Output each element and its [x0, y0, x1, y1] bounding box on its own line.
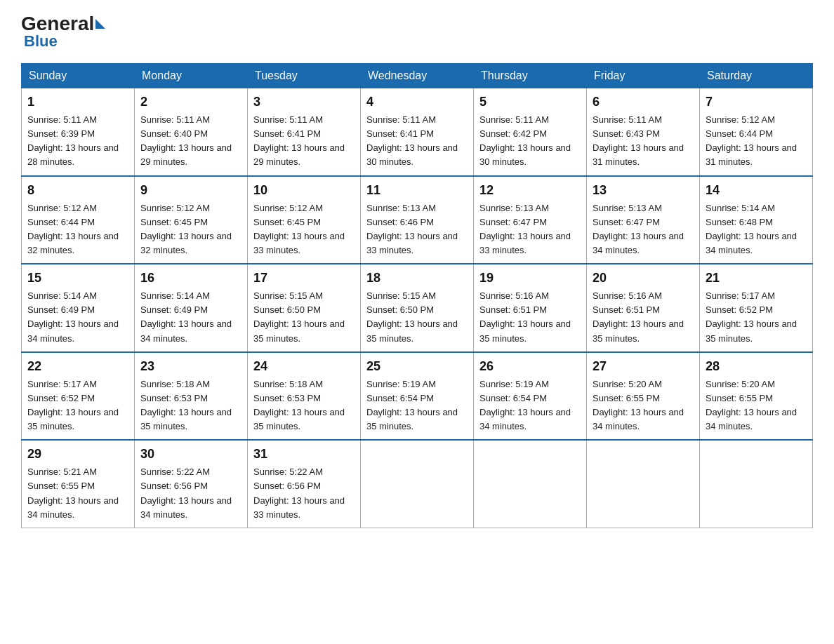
day-info: Sunrise: 5:22 AMSunset: 6:56 PMDaylight:…	[140, 467, 232, 519]
day-info: Sunrise: 5:15 AMSunset: 6:50 PMDaylight:…	[253, 290, 345, 343]
day-info: Sunrise: 5:19 AMSunset: 6:54 PMDaylight:…	[366, 379, 458, 431]
week-row-1: 1 Sunrise: 5:11 AMSunset: 6:39 PMDayligh…	[22, 88, 813, 176]
header-wednesday: Wednesday	[361, 64, 474, 88]
day-info: Sunrise: 5:20 AMSunset: 6:55 PMDaylight:…	[706, 379, 797, 431]
day-number: 4	[366, 93, 468, 112]
calendar-cell: 7 Sunrise: 5:12 AMSunset: 6:44 PMDayligh…	[700, 88, 813, 176]
calendar-cell: 6 Sunrise: 5:11 AMSunset: 6:43 PMDayligh…	[587, 88, 700, 176]
day-number: 1	[27, 93, 128, 112]
day-info: Sunrise: 5:20 AMSunset: 6:55 PMDaylight:…	[593, 379, 684, 431]
header-tuesday: Tuesday	[248, 64, 361, 88]
calendar-cell: 18 Sunrise: 5:15 AMSunset: 6:50 PMDaylig…	[361, 264, 474, 352]
day-info: Sunrise: 5:14 AMSunset: 6:49 PMDaylight:…	[27, 290, 119, 343]
day-info: Sunrise: 5:11 AMSunset: 6:39 PMDaylight:…	[27, 114, 119, 167]
calendar-cell: 30 Sunrise: 5:22 AMSunset: 6:56 PMDaylig…	[135, 440, 248, 528]
calendar-cell: 3 Sunrise: 5:11 AMSunset: 6:41 PMDayligh…	[248, 88, 361, 176]
day-number: 22	[27, 357, 128, 376]
day-number: 28	[706, 357, 807, 376]
day-number: 23	[140, 357, 241, 376]
day-number: 19	[479, 269, 581, 288]
calendar-cell: 25 Sunrise: 5:19 AMSunset: 6:54 PMDaylig…	[361, 352, 474, 441]
calendar-cell: 23 Sunrise: 5:18 AMSunset: 6:53 PMDaylig…	[135, 352, 248, 441]
day-info: Sunrise: 5:22 AMSunset: 6:56 PMDaylight:…	[253, 467, 345, 519]
calendar-cell: 9 Sunrise: 5:12 AMSunset: 6:45 PMDayligh…	[135, 176, 248, 264]
day-number: 3	[253, 93, 355, 112]
day-info: Sunrise: 5:11 AMSunset: 6:43 PMDaylight:…	[593, 114, 684, 167]
day-number: 10	[253, 181, 355, 200]
header-monday: Monday	[135, 64, 248, 88]
day-number: 30	[140, 445, 241, 464]
day-number: 15	[27, 269, 128, 288]
calendar-cell: 16 Sunrise: 5:14 AMSunset: 6:49 PMDaylig…	[135, 264, 248, 352]
day-info: Sunrise: 5:11 AMSunset: 6:41 PMDaylight:…	[253, 114, 345, 167]
day-info: Sunrise: 5:17 AMSunset: 6:52 PMDaylight:…	[706, 290, 797, 343]
day-info: Sunrise: 5:17 AMSunset: 6:52 PMDaylight:…	[27, 379, 119, 431]
day-number: 11	[366, 181, 468, 200]
calendar-cell: 19 Sunrise: 5:16 AMSunset: 6:51 PMDaylig…	[474, 264, 587, 352]
day-number: 9	[140, 181, 241, 200]
day-number: 31	[253, 445, 355, 464]
week-row-2: 8 Sunrise: 5:12 AMSunset: 6:44 PMDayligh…	[22, 176, 813, 264]
day-number: 21	[706, 269, 807, 288]
day-info: Sunrise: 5:11 AMSunset: 6:40 PMDaylight:…	[140, 114, 232, 167]
calendar-cell: 1 Sunrise: 5:11 AMSunset: 6:39 PMDayligh…	[22, 88, 135, 176]
calendar-cell: 20 Sunrise: 5:16 AMSunset: 6:51 PMDaylig…	[587, 264, 700, 352]
day-info: Sunrise: 5:16 AMSunset: 6:51 PMDaylight:…	[479, 290, 571, 343]
day-number: 8	[27, 181, 128, 200]
calendar-table: SundayMondayTuesdayWednesdayThursdayFrid…	[21, 63, 813, 528]
calendar-cell	[587, 440, 700, 528]
day-info: Sunrise: 5:11 AMSunset: 6:42 PMDaylight:…	[479, 114, 571, 167]
day-number: 16	[140, 269, 241, 288]
calendar-cell: 29 Sunrise: 5:21 AMSunset: 6:55 PMDaylig…	[22, 440, 135, 528]
day-info: Sunrise: 5:12 AMSunset: 6:44 PMDaylight:…	[706, 114, 797, 167]
day-number: 7	[706, 93, 807, 112]
calendar-cell: 17 Sunrise: 5:15 AMSunset: 6:50 PMDaylig…	[248, 264, 361, 352]
day-number: 17	[253, 269, 355, 288]
calendar-cell: 14 Sunrise: 5:14 AMSunset: 6:48 PMDaylig…	[700, 176, 813, 264]
calendar-cell: 28 Sunrise: 5:20 AMSunset: 6:55 PMDaylig…	[700, 352, 813, 441]
logo-general-text: General	[21, 14, 94, 34]
day-info: Sunrise: 5:19 AMSunset: 6:54 PMDaylight:…	[479, 379, 571, 431]
day-info: Sunrise: 5:13 AMSunset: 6:46 PMDaylight:…	[366, 203, 458, 255]
calendar-cell: 31 Sunrise: 5:22 AMSunset: 6:56 PMDaylig…	[248, 440, 361, 528]
day-number: 24	[253, 357, 355, 376]
day-number: 27	[593, 357, 694, 376]
day-info: Sunrise: 5:14 AMSunset: 6:48 PMDaylight:…	[706, 203, 797, 255]
calendar-cell: 8 Sunrise: 5:12 AMSunset: 6:44 PMDayligh…	[22, 176, 135, 264]
day-info: Sunrise: 5:12 AMSunset: 6:44 PMDaylight:…	[27, 203, 119, 255]
calendar-cell: 15 Sunrise: 5:14 AMSunset: 6:49 PMDaylig…	[22, 264, 135, 352]
day-info: Sunrise: 5:15 AMSunset: 6:50 PMDaylight:…	[366, 290, 458, 343]
week-row-3: 15 Sunrise: 5:14 AMSunset: 6:49 PMDaylig…	[22, 264, 813, 352]
day-number: 12	[479, 181, 581, 200]
day-number: 29	[27, 445, 128, 464]
day-info: Sunrise: 5:11 AMSunset: 6:41 PMDaylight:…	[366, 114, 458, 167]
calendar-cell: 12 Sunrise: 5:13 AMSunset: 6:47 PMDaylig…	[474, 176, 587, 264]
day-number: 6	[593, 93, 694, 112]
calendar-cell: 22 Sunrise: 5:17 AMSunset: 6:52 PMDaylig…	[22, 352, 135, 441]
header-saturday: Saturday	[700, 64, 813, 88]
day-info: Sunrise: 5:12 AMSunset: 6:45 PMDaylight:…	[253, 203, 345, 255]
day-number: 26	[479, 357, 581, 376]
calendar-cell: 11 Sunrise: 5:13 AMSunset: 6:46 PMDaylig…	[361, 176, 474, 264]
day-info: Sunrise: 5:13 AMSunset: 6:47 PMDaylight:…	[479, 203, 571, 255]
header-friday: Friday	[587, 64, 700, 88]
day-number: 25	[366, 357, 468, 376]
calendar-cell: 5 Sunrise: 5:11 AMSunset: 6:42 PMDayligh…	[474, 88, 587, 176]
day-info: Sunrise: 5:13 AMSunset: 6:47 PMDaylight:…	[593, 203, 684, 255]
calendar-cell: 26 Sunrise: 5:19 AMSunset: 6:54 PMDaylig…	[474, 352, 587, 441]
header-thursday: Thursday	[474, 64, 587, 88]
day-number: 2	[140, 93, 241, 112]
day-info: Sunrise: 5:21 AMSunset: 6:55 PMDaylight:…	[27, 467, 119, 519]
calendar-cell: 2 Sunrise: 5:11 AMSunset: 6:40 PMDayligh…	[135, 88, 248, 176]
calendar-cell: 10 Sunrise: 5:12 AMSunset: 6:45 PMDaylig…	[248, 176, 361, 264]
day-number: 20	[593, 269, 694, 288]
page-header: General Blue	[21, 14, 813, 51]
day-number: 13	[593, 181, 694, 200]
calendar-cell	[474, 440, 587, 528]
day-info: Sunrise: 5:18 AMSunset: 6:53 PMDaylight:…	[253, 379, 345, 431]
day-info: Sunrise: 5:18 AMSunset: 6:53 PMDaylight:…	[140, 379, 232, 431]
week-row-4: 22 Sunrise: 5:17 AMSunset: 6:52 PMDaylig…	[22, 352, 813, 441]
calendar-cell: 13 Sunrise: 5:13 AMSunset: 6:47 PMDaylig…	[587, 176, 700, 264]
logo-triangle-icon	[95, 19, 105, 29]
day-info: Sunrise: 5:16 AMSunset: 6:51 PMDaylight:…	[593, 290, 684, 343]
